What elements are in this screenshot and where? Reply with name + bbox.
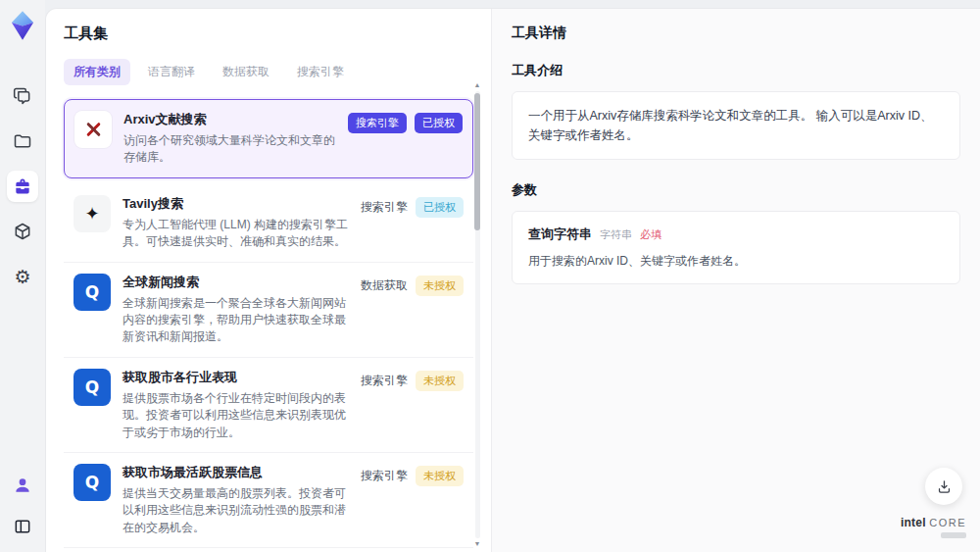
toolbox-icon[interactable] (7, 171, 38, 202)
tab-language-translation[interactable]: 语言翻译 (138, 59, 205, 85)
category-label: 搜索引擎 (361, 468, 408, 484)
category-badge: 搜索引擎 (348, 113, 407, 133)
download-button[interactable] (925, 468, 962, 505)
auth-status-badge: 未授权 (416, 371, 464, 391)
tool-item-arxiv[interactable]: Arxiv文献搜索 访问各个研究领域大量科学论文和文章的存储库。 搜索引擎 已授… (64, 99, 473, 178)
intel-core-logo: intel CORE (901, 517, 966, 538)
arxiv-x-icon (74, 111, 112, 148)
intro-text: 一个用于从Arxiv存储库搜索科学论文和文章的工具。 输入可以是Arxiv ID… (528, 106, 944, 145)
tool-item-regional-news[interactable]: 万维地区新闻查询 查询具体行政区划内的新闻，快速了解各地新闻动 搜索引擎 未授权 (64, 548, 473, 552)
tool-name: 获取股市各行业表现 (122, 369, 353, 386)
param-type: 字符串 (600, 227, 632, 242)
left-rail: ⚙ (0, 0, 45, 552)
app-window: ⚙ 工具集 所有类别 语 (0, 0, 980, 552)
param-description: 用于搜索的Arxiv ID、关键字或作者姓名。 (528, 253, 944, 270)
app-logo-icon (8, 10, 37, 41)
settings-icon[interactable]: ⚙ (7, 261, 38, 292)
panel-icon[interactable] (7, 511, 38, 542)
category-label: 数据获取 (361, 277, 408, 294)
user-icon[interactable] (7, 470, 38, 501)
tool-item-tavily[interactable]: ✦ Tavily搜索 专为人工智能代理 (LLM) 构建的搜索引擎工具。可快速提… (64, 184, 473, 263)
tab-data-acquisition[interactable]: 数据获取 (213, 59, 279, 85)
tool-description: 全球新闻搜索是一个聚合全球各大新闻网站内容的搜索引擎，帮助用户快速获取全球最新资… (122, 295, 353, 346)
tool-detail-panel: 工具详情 工具介绍 一个用于从Arxiv存储库搜索科学论文和文章的工具。 输入可… (491, 9, 980, 552)
tab-all-categories[interactable]: 所有类别 (64, 59, 130, 85)
tool-item-stock-sectors[interactable]: Q 获取股市各行业表现 提供股票市场各个行业在特定时间段内的表现。投资者可以利用… (64, 358, 473, 453)
stock-app-icon: Q (74, 464, 111, 501)
category-label: 搜索引擎 (361, 373, 408, 389)
tool-item-active-stocks[interactable]: Q 获取市场最活跃股票信息 提供当天交易量最高的股票列表。投资者可以利用这些信息… (64, 453, 473, 548)
intro-heading: 工具介绍 (512, 62, 960, 79)
scroll-down-icon[interactable]: ▼ (473, 540, 481, 548)
page-title: 工具集 (64, 25, 491, 43)
brand-ultra-bar (941, 532, 966, 538)
tool-item-global-news[interactable]: Q 全球新闻搜索 全球新闻搜索是一个聚合全球各大新闻网站内容的搜索引擎，帮助用户… (64, 263, 473, 358)
brand-core: CORE (929, 517, 966, 528)
tool-description: 提供当天交易量最高的股票列表。投资者可以利用这些信息来识别流动性强的股票和潜在的… (122, 485, 353, 536)
param-required-badge: 必填 (640, 227, 662, 242)
tavily-star-icon: ✦ (74, 195, 111, 232)
tool-name: 获取市场最活跃股票信息 (122, 464, 353, 481)
cube-icon[interactable] (7, 216, 38, 247)
params-heading: 参数 (512, 181, 960, 199)
stock-app-icon: Q (74, 369, 111, 406)
scroll-up-icon[interactable]: ▲ (473, 81, 481, 89)
param-name: 查询字符串 (528, 226, 592, 243)
folder-icon[interactable] (7, 125, 38, 157)
intro-card: 一个用于从Arxiv存储库搜索科学论文和文章的工具。 输入可以是Arxiv ID… (512, 91, 960, 160)
tool-list-panel: 工具集 所有类别 语言翻译 数据获取 搜索引擎 Arxiv文献搜索 访问各个研究… (46, 9, 491, 552)
chat-icon[interactable] (7, 80, 38, 112)
auth-status-badge: 已授权 (416, 197, 464, 218)
tool-description: 提供股票市场各个行业在特定时间段内的表现。投资者可以利用这些信息来识别表现优于或… (122, 390, 353, 441)
tool-name: 全球新闻搜索 (122, 274, 353, 291)
brand-intel: intel (901, 516, 926, 529)
detail-title: 工具详情 (512, 25, 960, 42)
auth-status-badge: 未授权 (416, 466, 464, 486)
tool-description: 专为人工智能代理 (LLM) 构建的搜索引擎工具。可快速提供实时、准确和真实的结… (122, 217, 353, 251)
category-tabs: 所有类别 语言翻译 数据获取 搜索引擎 (64, 59, 491, 85)
tool-name: Tavily搜索 (122, 195, 353, 213)
category-label: 搜索引擎 (361, 199, 408, 216)
tool-description: 访问各个研究领域大量科学论文和文章的存储库。 (123, 132, 340, 167)
news-app-icon: Q (74, 274, 111, 311)
tool-name: Arxiv文献搜索 (123, 111, 340, 128)
download-icon (936, 478, 953, 495)
tab-search-engine[interactable]: 搜索引擎 (287, 59, 354, 85)
scrollbar-thumb[interactable] (474, 93, 480, 230)
auth-status-badge: 未授权 (416, 276, 464, 296)
list-scrollbar[interactable]: ▲ ▼ (473, 81, 481, 548)
tool-list: Arxiv文献搜索 访问各个研究领域大量科学论文和文章的存储库。 搜索引擎 已授… (64, 99, 473, 552)
auth-status-badge: 已授权 (415, 113, 463, 133)
main-panel: 工具集 所有类别 语言翻译 数据获取 搜索引擎 Arxiv文献搜索 访问各个研究… (45, 8, 980, 552)
param-card: 查询字符串 字符串 必填 用于搜索的Arxiv ID、关键字或作者姓名。 (512, 211, 960, 284)
